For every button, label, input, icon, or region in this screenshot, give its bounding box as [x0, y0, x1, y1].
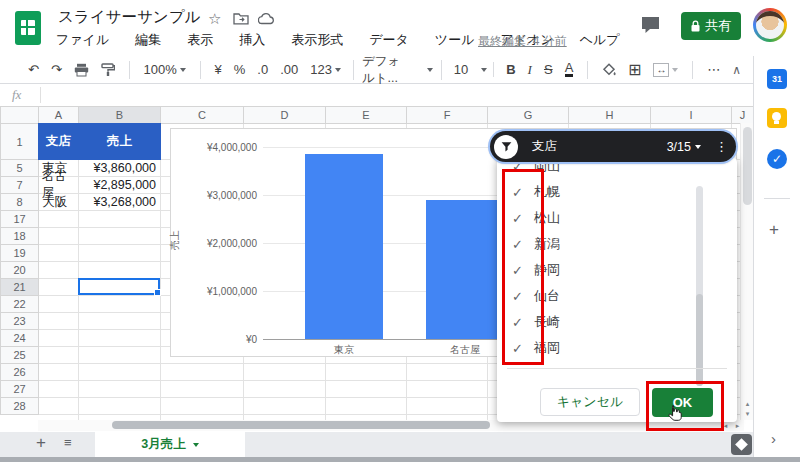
calendar-icon[interactable]: 31	[767, 69, 787, 89]
row-header-21[interactable]: 21	[0, 278, 39, 296]
side-panel: 31 ✓ + ›	[753, 56, 800, 457]
row-header-27[interactable]: 27	[0, 380, 39, 398]
row-header-26[interactable]: 26	[0, 363, 39, 381]
cancel-button[interactable]: キャンセル	[540, 388, 640, 416]
chart-bar-名古屋	[426, 200, 504, 339]
chart-x-label: 名古屋	[425, 343, 505, 357]
column-header-D[interactable]: D	[243, 106, 326, 124]
row-header-20[interactable]: 20	[0, 261, 39, 279]
row-header-19[interactable]: 19	[0, 244, 39, 262]
row-header-1[interactable]: 1	[0, 123, 39, 160]
collapse-panel-icon[interactable]: ›	[771, 430, 776, 447]
cell-sales[interactable]: ¥3,268,000	[78, 193, 160, 211]
slicer-menu-icon[interactable]: ⋮	[715, 139, 728, 154]
tasks-icon[interactable]: ✓	[767, 149, 787, 169]
row-header-18[interactable]: 18	[0, 227, 39, 245]
row-header-8[interactable]: 8	[0, 193, 39, 211]
annotation-box-ok	[646, 381, 724, 431]
scroll-right-icon[interactable]: ▸	[732, 421, 743, 430]
cell-a1[interactable]: 支店	[38, 123, 79, 160]
row-header-24[interactable]: 24	[0, 329, 39, 347]
vertical-scrollbar-thumb[interactable]	[743, 127, 752, 205]
column-header-C[interactable]: C	[160, 106, 244, 124]
divider	[764, 198, 790, 199]
cell-sales[interactable]: ¥2,895,000	[78, 176, 160, 194]
row-header-22[interactable]: 22	[0, 295, 39, 313]
hand-cursor	[666, 404, 683, 427]
row-header-25[interactable]: 25	[0, 346, 39, 364]
cell-branch[interactable]: 大阪	[38, 193, 78, 211]
column-header-I[interactable]: I	[650, 106, 732, 124]
chart-y-tick-label: ¥0	[177, 334, 257, 345]
row-header-23[interactable]: 23	[0, 312, 39, 330]
add-addon-icon[interactable]: +	[769, 220, 779, 240]
cell-branch[interactable]: 名古屋	[38, 176, 78, 194]
column-header-E[interactable]: E	[325, 106, 407, 124]
chart-y-tick-label: ¥4,000,000	[177, 142, 257, 153]
slicer-count-dropdown[interactable]: 3/15	[667, 140, 701, 154]
column-header-B[interactable]: B	[78, 106, 161, 124]
row-header-17[interactable]: 17	[0, 210, 39, 228]
column-header-J[interactable]: J	[731, 106, 754, 124]
divider	[507, 368, 727, 369]
horizontal-scrollbar-thumb[interactable]	[112, 421, 490, 429]
chart-y-tick-label: ¥3,000,000	[177, 190, 257, 201]
sheet-tab-active[interactable]: 3月売上	[95, 432, 245, 457]
chart-y-tick-label: ¥2,000,000	[177, 238, 257, 249]
add-sheet-icon[interactable]: +	[36, 433, 46, 453]
cell-sales[interactable]: ¥3,860,000	[78, 159, 160, 177]
filter-icon	[494, 135, 518, 159]
column-header-A[interactable]: A	[38, 106, 79, 124]
row-header-7[interactable]: 7	[0, 176, 39, 194]
slicer-title: 支店	[532, 138, 557, 155]
sheet-tab-bar: + ≡ 3月売上	[0, 432, 753, 457]
column-header-F[interactable]: F	[406, 106, 488, 124]
all-sheets-menu-icon[interactable]: ≡	[64, 435, 72, 450]
corner-cell[interactable]	[0, 106, 39, 124]
chart-x-label: 東京	[304, 343, 384, 357]
column-header-G[interactable]: G	[487, 106, 569, 124]
explore-button[interactable]	[731, 434, 752, 455]
gridline	[160, 123, 161, 420]
cell-b1[interactable]: 売上	[78, 123, 161, 160]
row-header-5[interactable]: 5	[0, 159, 39, 177]
selected-cell-b21[interactable]	[78, 278, 160, 295]
chart-bar-東京	[305, 154, 383, 339]
fill-handle[interactable]	[154, 289, 161, 296]
keep-icon[interactable]	[767, 108, 787, 128]
chart-y-tick-label: ¥1,000,000	[177, 286, 257, 297]
window-edge	[0, 457, 800, 462]
slicer-header[interactable]: 支店 3/15 ⋮	[490, 131, 736, 162]
google-sheets-window: スライサーサンプル ☆ ファイル 編集 表示 挿入 表示形式 データ ツール ア…	[0, 0, 800, 462]
avatar[interactable]	[753, 8, 787, 42]
row-header-28[interactable]: 28	[0, 397, 39, 415]
slicer-scrollbar[interactable]	[696, 186, 703, 386]
annotation-box-checkmarks	[502, 169, 544, 365]
column-header-H[interactable]: H	[568, 106, 651, 124]
